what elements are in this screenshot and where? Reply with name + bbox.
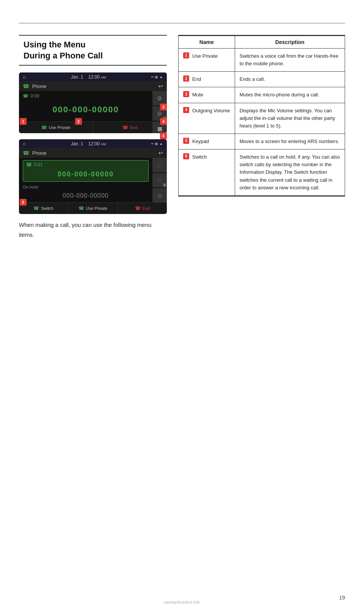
badge-5: 5	[160, 132, 167, 139]
status-icons-1: ▪▪ ◉ ▲	[151, 75, 163, 79]
section-title: Using the Menu During a Phone Call	[24, 39, 162, 61]
badge-2: 2	[75, 118, 82, 125]
on-hold-label: On Hold	[23, 184, 149, 190]
name-cell-6: 6Switch	[179, 149, 235, 196]
call-timer-1: ☎ 0:09	[23, 93, 149, 99]
row-desc-3: Mutes the micro-phone during a call.	[235, 87, 345, 103]
phone-screen-2: ⌂ Jan. 1 12:00 AM ▪▪ ◉ ▲ ☎	[19, 139, 167, 214]
row-badge-6: 6	[183, 153, 189, 159]
title-line1: Using the Menu	[24, 40, 86, 49]
right-column: Name Description 1Use PrivateSwitches a …	[178, 35, 345, 197]
back-btn-1: ↩	[158, 83, 163, 89]
info-table: Name Description 1Use PrivateSwitches a …	[178, 36, 345, 196]
phone-screen-2-wrapper: ⌂ Jan. 1 12:00 AM ▪▪ ◉ ▲ ☎	[19, 139, 167, 214]
table-row: 5KeypadMoves to a screen for entering AR…	[179, 134, 345, 149]
row-badge-3: 3	[183, 91, 189, 97]
table-row: 1Use PrivateSwitches a voice call from t…	[179, 49, 345, 72]
side-icon-mute-2: ☺	[152, 158, 167, 172]
row-desc-6: Switches to a call on hold, if any. You …	[235, 149, 345, 196]
left-column: Using the Menu During a Phone Call ⌂ Jan…	[19, 35, 178, 239]
phone-buttons-2: ☎ Switch ☎ Use Private ☎ End	[19, 202, 167, 214]
back-btn-2: ↩	[158, 150, 163, 156]
statusbar-1: ⌂ Jan. 1 12:00 AM ▪▪ ◉ ▲	[19, 72, 167, 81]
table-row: 3MuteMutes the micro-phone during a call…	[179, 87, 345, 103]
description-text: When making a call, you can use the foll…	[19, 220, 167, 239]
screen1-body: ☎ 0:09 000-000-00000 ☺ ☺	[19, 91, 167, 121]
call-number-1: 000-000-00000	[23, 100, 149, 119]
call-number-2: 000-000-00000	[26, 169, 145, 180]
table-row: 2EndEnds a call.	[179, 72, 345, 87]
name-cell-3: 3Mute	[179, 87, 235, 103]
date-time-1: Jan. 1 12:00 AM	[71, 74, 106, 80]
titlebar-1: ☎ Phone ↩	[19, 81, 167, 91]
hold-number: 000-000-00000	[23, 190, 149, 201]
row-name-4: Outgoing Volume	[192, 107, 230, 115]
name-cell-4: 4Outgoing Volume	[179, 103, 235, 134]
row-badge-1: 1	[183, 52, 189, 58]
phone-buttons-1: ☎ Use Private ☎ End	[19, 121, 167, 133]
call-timer-2: ☎ 0:01	[26, 162, 145, 167]
row-badge-5: 5	[183, 138, 189, 144]
phone-label-2: Phone	[32, 150, 47, 156]
row-name-3: Mute	[192, 91, 203, 99]
title-line2: During a Phone Call	[24, 51, 103, 60]
side-icon-kp-2: ▦	[152, 188, 167, 203]
name-cell-5: 5Keypad	[179, 134, 235, 149]
titlebar-2: ☎ Phone ↩	[19, 148, 167, 158]
name-cell-2: 2End	[179, 72, 235, 87]
home-icon: ⌂	[23, 74, 26, 80]
statusbar-2: ⌂ Jan. 1 12:00 AM ▪▪ ◉ ▲	[19, 139, 167, 148]
end-btn-1: ☎ End	[93, 122, 167, 133]
side-icons-2: ☺ ☺ 3 ▦	[152, 158, 167, 203]
screen2-body: ☎ 0:01 000-000-00000 On Hold 000-000-000…	[19, 158, 167, 202]
col-name-header: Name	[179, 36, 235, 49]
status-icons-2: ▪▪ ◉ ▲	[151, 142, 163, 146]
home-icon-2: ⌂	[23, 141, 26, 146]
use-private-btn-2: ☎ Use Private	[68, 203, 118, 214]
row-name-1: Use Private	[192, 52, 218, 60]
row-desc-5: Moves to a screen for entering ARS numbe…	[235, 134, 345, 149]
row-desc-4: Displays the Mic Volume settings. You ca…	[235, 103, 345, 134]
on-hold-section: On Hold 000-000-00000	[23, 183, 149, 202]
end-btn-2: ☎ End	[118, 203, 167, 214]
table-row: 6SwitchSwitches to a call on hold, if an…	[179, 149, 345, 196]
phone-icon-1: ☎	[23, 83, 29, 89]
phone-label-1: Phone	[32, 83, 47, 89]
phone-screen-1-wrapper: ⌂ Jan. 1 12:00 AM ▪▪ ◉ ▲ ☎	[19, 72, 167, 133]
phone-screen-1: ⌂ Jan. 1 12:00 AM ▪▪ ◉ ▲ ☎	[19, 72, 167, 133]
badge-6: 6	[20, 199, 27, 206]
row-desc-1: Switches a voice call from the car Hands…	[235, 49, 345, 72]
badge-4: 4	[160, 118, 167, 125]
col-desc-header: Description	[235, 36, 345, 49]
watermark: carmanlsonline.info	[0, 600, 364, 604]
use-private-btn: ☎ Use Private	[19, 122, 93, 133]
row-name-5: Keypad	[192, 138, 209, 145]
row-name-2: End	[192, 76, 201, 83]
side-icon-vol-2: ☺ 3	[152, 173, 167, 187]
badge-1: 1	[20, 118, 27, 125]
date-time-2: Jan. 1 12:00 AM	[71, 141, 106, 146]
row-desc-2: Ends a call.	[235, 72, 345, 87]
phone-icon-2: ☎	[23, 150, 29, 156]
badge-3: 3	[160, 104, 167, 110]
top-divider	[19, 23, 345, 24]
row-badge-4: 4	[183, 107, 189, 113]
section-title-box: Using the Menu During a Phone Call	[19, 35, 167, 66]
row-badge-2: 2	[183, 76, 189, 82]
table-row: 4Outgoing VolumeDisplays the Mic Volume …	[179, 103, 345, 134]
row-name-6: Switch	[192, 153, 207, 161]
name-cell-1: 1Use Private	[179, 49, 235, 72]
